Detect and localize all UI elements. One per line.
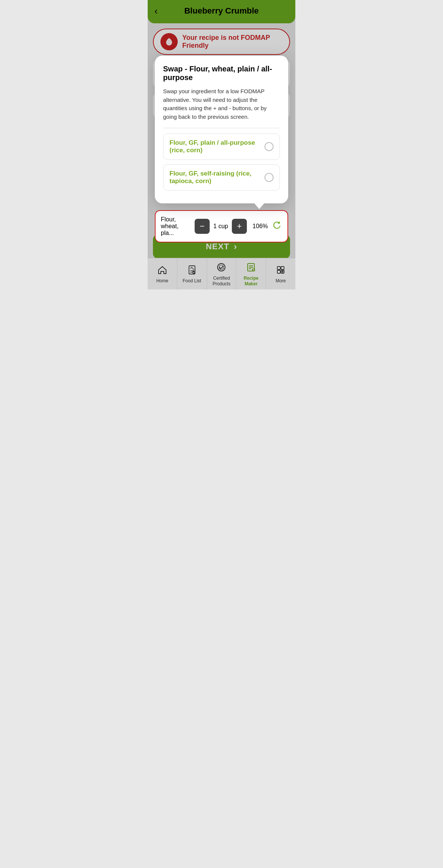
modal-title: Swap - Flour, wheat, plain / all-purpose [163, 65, 280, 82]
swap-refresh-button[interactable] [272, 220, 282, 233]
flour-plus-button[interactable]: + [232, 219, 247, 234]
swap-option-2-label: Flour, GF, self-raising (rice, tapioca, … [169, 170, 261, 185]
swap-option-1-label: Flour, GF, plain / all-purpose (rice, co… [169, 139, 261, 154]
swap-radio-2[interactable] [265, 173, 274, 182]
swap-radio-1[interactable] [265, 142, 274, 151]
modal-divider [163, 128, 280, 128]
modal-overlay[interactable]: Swap - Flour, wheat, plain / all-purpose… [148, 0, 295, 289]
flour-minus-button[interactable]: − [195, 219, 210, 234]
modal-arrow [254, 203, 265, 209]
flour-pct: 106% [251, 223, 268, 230]
swap-option-1[interactable]: Flour, GF, plain / all-purpose (rice, co… [163, 133, 280, 160]
swap-option-2[interactable]: Flour, GF, self-raising (rice, tapioca, … [163, 164, 280, 191]
swap-modal: Swap - Flour, wheat, plain / all-purpose… [155, 56, 288, 203]
modal-description: Swap your ingredient for a low FODMAP al… [163, 87, 280, 121]
ingredient-row-flour: Flour,wheat, pla... − 1 cup + 106% [155, 210, 288, 242]
flour-quantity: 1 cup [213, 223, 228, 230]
ingredient-name-flour: Flour,wheat, pla... [161, 216, 191, 236]
